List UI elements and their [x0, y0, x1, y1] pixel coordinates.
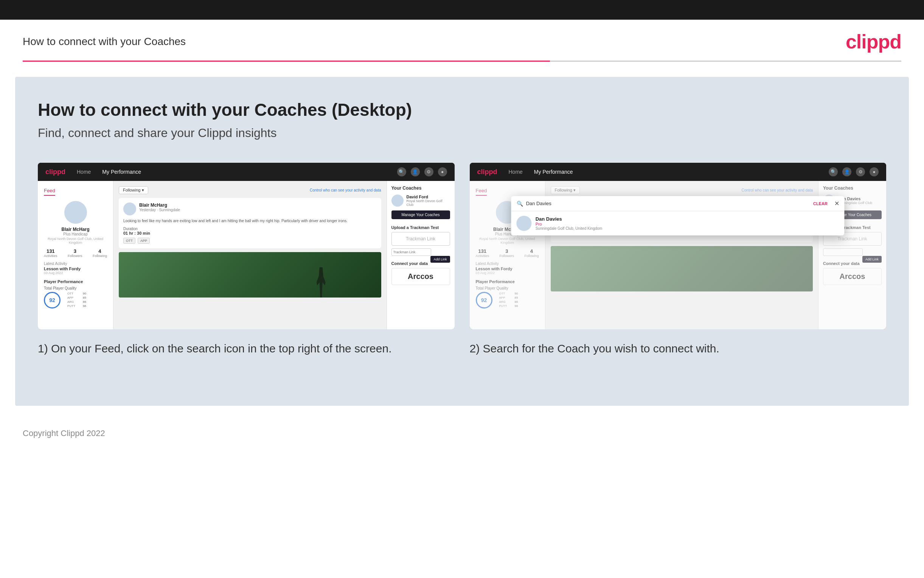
activity-name-2: Lesson with Fordy — [476, 266, 539, 271]
profile-location-1: Royal North Devon Golf Club, United King… — [44, 237, 107, 245]
profile-nav-icon-2[interactable]: 👤 — [842, 167, 851, 176]
post-body-1: Looking to feel like my hands are exitin… — [123, 218, 377, 224]
header-divider — [23, 60, 901, 62]
clear-search-button[interactable]: CLEAR — [813, 201, 828, 206]
step-label-1: 1) On your Feed, click on the search ico… — [38, 341, 455, 357]
add-link-btn-1[interactable]: Add Link — [430, 256, 450, 263]
search-icon: 🔍 — [517, 201, 523, 207]
profile-nav-icon[interactable]: 👤 — [411, 167, 420, 176]
profile-name-1: Blair McHarg — [44, 227, 107, 232]
trackman-box-1: Trackman Link — [392, 232, 450, 246]
post-card-1: Blair McHarg Yesterday · Sunningdale Loo… — [119, 198, 381, 248]
activities-label: Activities — [44, 254, 58, 258]
screenshot-block-1: clippd Home My Performance 🔍 👤 ⚙ ● Feed — [38, 163, 455, 357]
nav-home-1: Home — [77, 169, 91, 175]
connect-section-1: Connect your data Arccos — [392, 261, 450, 285]
close-search-button[interactable]: ✕ — [834, 200, 839, 207]
screenshot-frame-2: clippd Home My Performance 🔍 👤 ⚙ ● Feed — [470, 163, 887, 329]
app-body-1: Feed Blair McHarg Plus Handicap Royal No… — [38, 181, 455, 329]
coach-item-1: David Ford Royal North Devon Golf Club — [392, 195, 450, 207]
screenshot-block-2: clippd Home My Performance 🔍 👤 ⚙ ● Feed — [470, 163, 887, 357]
upload-section-1: Upload a Trackman Test Trackman Link Add… — [392, 225, 450, 256]
app-body-2: Feed Blair McHarg Plus Handicap Royal No… — [470, 181, 887, 329]
followers-label: Followers — [68, 254, 83, 258]
app-left-1: Feed Blair McHarg Plus Handicap Royal No… — [38, 181, 113, 329]
stat-activities-1: 131 Activities — [44, 248, 58, 258]
profile-avatar-1 — [64, 201, 87, 224]
quality-label-1: Total Player Quality — [44, 286, 107, 290]
profile-handicap-1: Plus Handicap — [44, 232, 107, 236]
search-overlay: 🔍 Dan Davies CLEAR ✕ Dan Davies Pro Sunn… — [511, 196, 845, 235]
post-header-1: Blair McHarg Yesterday · Sunningdale — [123, 203, 377, 215]
player-perf-1: Player Performance Total Player Quality … — [44, 279, 107, 308]
result-role: Pro — [536, 222, 602, 226]
clippd-logo: clippd — [846, 30, 901, 53]
search-nav-icon-2[interactable]: 🔍 — [829, 167, 838, 176]
settings-nav-icon[interactable]: ⚙ — [424, 167, 434, 176]
coach-name-1: David Ford — [406, 195, 450, 199]
following-label: Following — [93, 254, 107, 258]
top-bar — [0, 0, 924, 19]
nav-performance-2: My Performance — [534, 169, 573, 175]
main-subtitle: Find, connect and share your Clippd insi… — [38, 126, 886, 140]
perf-title-2: Player Performance — [476, 279, 539, 284]
manage-coaches-btn-1[interactable]: Manage Your Coaches — [392, 211, 450, 219]
footer: Copyright Clippd 2022 — [0, 421, 924, 446]
copyright-text: Copyright Clippd 2022 — [23, 429, 105, 438]
tag-app: APP — [138, 238, 150, 244]
latest-activity-label: Latest Activity — [44, 261, 107, 266]
nav-icons-1: 🔍 👤 ⚙ ● — [397, 167, 447, 176]
arccos-logo-1: Arccos — [392, 268, 450, 285]
stats-row-2: 131Activities 3Followers 4Following — [476, 248, 539, 258]
control-link-1[interactable]: Control who can see your activity and da… — [310, 188, 381, 192]
app-right-1: Your Coaches David Ford Royal North Devo… — [387, 181, 455, 329]
settings-nav-icon-2[interactable]: ⚙ — [856, 167, 865, 176]
stat-following-1: 4 Following — [93, 248, 107, 258]
coaches-title-1: Your Coaches — [392, 185, 450, 191]
player-perf-2: Player Performance Total Player Quality … — [476, 279, 539, 308]
step-label-2: 2) Search for the Coach you wish to conn… — [470, 341, 887, 357]
following-btn-1[interactable]: Following ▾ — [119, 186, 148, 194]
activity-date-2: 03 Aug 2022 — [476, 271, 539, 275]
perf-title-1: Player Performance — [44, 279, 107, 284]
quality-score-2: 92 — [476, 292, 492, 308]
avatar-nav-icon-2[interactable]: ● — [869, 167, 879, 176]
trackman-input-1[interactable] — [392, 248, 431, 256]
search-result-item[interactable]: Dan Davies Pro Sunningdale Golf Club, Un… — [511, 211, 845, 235]
app-mid-1: Following ▾ Control who can see your act… — [113, 181, 387, 329]
profile-location-2: Royal North Devon Golf Club, United King… — [476, 237, 539, 245]
feed-tab-2: Feed — [476, 188, 487, 196]
result-info: Dan Davies Pro Sunningdale Golf Club, Un… — [536, 216, 602, 231]
golfer-silhouette-1 — [314, 267, 328, 297]
avatar-nav-icon[interactable]: ● — [438, 167, 447, 176]
post-image-1 — [119, 252, 381, 297]
page-title: How to connect with your Coaches — [23, 36, 186, 48]
nav-logo-1: clippd — [45, 168, 65, 176]
search-input-display[interactable]: Dan Davies — [526, 201, 810, 206]
screenshots-row: clippd Home My Performance 🔍 👤 ⚙ ● Feed — [38, 163, 886, 357]
following-num: 4 — [93, 248, 107, 254]
upload-title-1: Upload a Trackman Test — [392, 225, 450, 230]
tag-ott: OTT — [123, 238, 135, 244]
feed-tab-1[interactable]: Feed — [44, 188, 55, 196]
activities-num: 131 — [44, 248, 58, 254]
nav-home-2: Home — [509, 169, 523, 175]
quality-score-1: 92 — [44, 292, 60, 308]
latest-activity-label-2: Latest Activity — [476, 261, 539, 266]
followers-num: 3 — [68, 248, 83, 254]
post-duration-1: Duration01 hr : 30 min — [123, 227, 377, 235]
screenshot-frame-1: clippd Home My Performance 🔍 👤 ⚙ ● Feed — [38, 163, 455, 329]
following-row-1: Following ▾ Control who can see your act… — [119, 186, 381, 194]
nav-icons-2: 🔍 👤 ⚙ ● — [829, 167, 879, 176]
post-tags-1: OTT APP — [123, 238, 377, 244]
activity-date-1: 03 Aug 2022 — [44, 271, 107, 275]
result-avatar — [517, 216, 532, 231]
search-bar: 🔍 Dan Davies CLEAR ✕ — [511, 196, 845, 211]
stat-bars-1: OTT90 APP85 ARG86 PUTT96 — [67, 292, 86, 308]
search-nav-icon[interactable]: 🔍 — [397, 167, 406, 176]
nav-logo-2: clippd — [477, 168, 497, 176]
main-content: How to connect with your Coaches (Deskto… — [15, 77, 909, 406]
nav-performance-1: My Performance — [102, 169, 141, 175]
app-nav-1: clippd Home My Performance 🔍 👤 ⚙ ● — [38, 163, 455, 181]
coach-avatar-1 — [392, 195, 404, 207]
